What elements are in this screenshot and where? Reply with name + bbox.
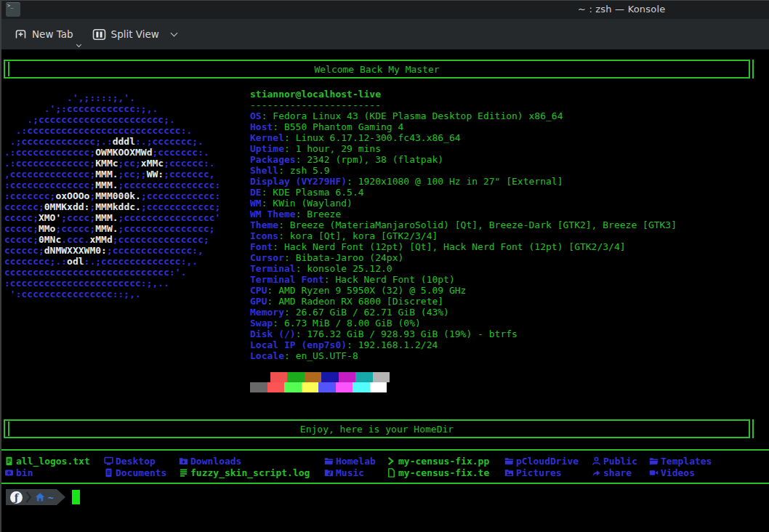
fetch-info-line: Host: B550 Phantom Gaming 4 <box>250 121 677 132</box>
file-entry: Public <box>592 455 637 467</box>
prompt-separator-icon <box>25 491 32 504</box>
script-icon <box>387 456 396 466</box>
fetch-info-line: Memory: 26.67 GiB / 62.71 GiB (43%) <box>250 307 677 318</box>
palette-swatch <box>305 372 322 382</box>
person-icon <box>592 456 601 466</box>
log-icon <box>179 468 188 477</box>
toolbar: New Tab Split View <box>0 19 769 49</box>
new-tab-label: New Tab <box>32 28 73 40</box>
file-entry: Homelab <box>324 455 376 467</box>
shell-prompt[interactable]: ƒ ~ <box>0 489 769 505</box>
fetch-info-line: CPU: AMD Ryzen 9 5950X (32) @ 5.09 GHz <box>250 285 677 296</box>
file-listing: all_logos.txtbinDesktopDocumentsDownload… <box>0 455 769 481</box>
fetch-info-line: GPU: AMD Radeon RX 6800 [Discrete] <box>250 296 677 307</box>
file-name: my-census-fix.te <box>398 467 489 478</box>
fetch-info-line: Kernel: Linux 6.17.12-300.fc43.x86_64 <box>250 132 677 143</box>
file-name: Videos <box>661 467 695 478</box>
palette-swatch <box>353 382 370 392</box>
fetch-info-line: Font: Hack Nerd Font (12pt) [Qt], Hack N… <box>250 241 677 252</box>
new-tab-button[interactable]: New Tab <box>15 28 73 40</box>
homedir-banner: Enjoy, here is your HomeDir <box>4 419 750 438</box>
share-icon <box>592 468 601 477</box>
file-column: Downloadsfuzzy_skin_script.log <box>179 455 310 478</box>
titlebar: ~ : zsh — Konsole <box>0 0 769 19</box>
palette-swatch <box>250 382 267 392</box>
palette-swatch <box>321 372 339 382</box>
file-name: fuzzy_skin_script.log <box>190 467 310 478</box>
palette-swatch <box>284 382 302 392</box>
fetch-info-line: Disk (/): 176.32 GiB / 928.93 GiB (19%) … <box>250 329 677 339</box>
file-entry: fuzzy_skin_script.log <box>179 467 310 478</box>
palette-row-1 <box>250 372 677 382</box>
fetch-info-line: Display (VY279HF): 1920x1080 @ 100 Hz in… <box>250 176 677 187</box>
file-entry: my-census-fix.pp <box>387 455 489 467</box>
file-entry: Music <box>324 467 376 478</box>
palette-swatch <box>253 372 270 382</box>
folder-open-icon <box>504 456 514 466</box>
fetch-info-line: Swap: 6.73 MiB / 8.00 GiB (0%) <box>250 318 677 329</box>
user-host: stiannor@localhost-live <box>250 89 677 100</box>
palette-swatch <box>318 382 336 392</box>
folder-music-icon <box>324 468 334 477</box>
file-name: Documents <box>116 467 166 478</box>
fetch-info-line: Local IP (enp7s0): 192.168.1.2/24 <box>250 339 677 350</box>
fetch-info-line: Packages: 2342 (rpm), 38 (flatpak) <box>250 154 677 165</box>
file-name: Music <box>336 467 364 478</box>
file-name: pCloudDrive <box>516 456 579 467</box>
file-column: DesktopDocuments <box>104 455 166 478</box>
file-column: pCloudDrivePictures <box>504 455 579 478</box>
monitor-icon <box>104 456 113 466</box>
file-column: TemplatesVideos <box>649 455 712 478</box>
fetch-info-line: Cursor: Bibata-Jaroo (24px) <box>250 252 677 263</box>
fetch-info-line: OS: Fedora Linux 43 (KDE Plasma Desktop … <box>250 110 677 121</box>
file-name: Public <box>603 456 637 467</box>
file-name: my-census-fix.pp <box>398 456 489 467</box>
user-host-underline: ----------------------- <box>250 100 677 110</box>
file-name: Downloads <box>190 456 241 467</box>
welcome-banner: Welcome Back My Master <box>4 60 750 78</box>
file-entry: Pictures <box>504 467 579 478</box>
palette-row-2 <box>250 382 677 392</box>
folder-image-icon <box>504 468 514 477</box>
prompt-segment: ƒ ~ <box>6 489 57 505</box>
fetch-info-line: Uptime: 1 hour, 29 mins <box>250 143 677 154</box>
fetch-info-line: Shell: zsh 5.9 <box>250 165 677 176</box>
file-name: share <box>603 467 632 478</box>
terminal-view[interactable]: Welcome Back My Master .',;::::;,'. .';:… <box>0 60 769 532</box>
split-view-icon <box>92 28 106 41</box>
file-entry: bin <box>4 467 90 478</box>
file-entry: pCloudDrive <box>504 455 579 467</box>
bin-icon <box>4 468 14 477</box>
file-entry: Templates <box>649 455 712 467</box>
prompt-path: ~ <box>48 492 54 503</box>
split-view-dropdown-icon[interactable] <box>170 30 177 37</box>
homedir-banner-text: Enjoy, here is your HomeDir <box>300 424 454 435</box>
home-icon <box>35 492 45 502</box>
window-edge-top <box>0 0 769 1</box>
palette-swatch <box>370 382 387 392</box>
palette-swatch <box>336 382 353 392</box>
file-entry: my-census-fix.te <box>387 467 489 478</box>
file-icon <box>387 468 396 477</box>
new-tab-dropdown-icon[interactable] <box>76 42 81 47</box>
terminal-cursor[interactable] <box>72 490 80 504</box>
document-icon <box>104 468 113 477</box>
palette-swatch <box>267 382 285 392</box>
file-name: Desktop <box>116 456 156 467</box>
file-name: all_logos.txt <box>16 456 90 467</box>
palette-swatch <box>287 372 305 382</box>
fetch-info-line: Icons: kora [Qt], kora [GTK2/3/4] <box>250 230 677 241</box>
welcome-banner-text: Welcome Back My Master <box>314 64 439 75</box>
separator-line-top <box>0 449 769 451</box>
konsole-app-icon <box>6 2 20 17</box>
window-title: ~ : zsh — Konsole <box>578 4 665 15</box>
file-entry: Videos <box>649 467 712 478</box>
video-icon <box>649 468 659 477</box>
folder-open-icon <box>324 456 334 466</box>
split-view-button[interactable]: Split View <box>92 28 177 41</box>
fetch-info-line: WM: KWin (Wayland) <box>250 198 677 209</box>
file-entry: all_logos.txt <box>4 455 90 467</box>
palette-swatch <box>373 372 390 382</box>
palette-swatch <box>302 382 319 392</box>
file-name: Homelab <box>336 456 376 467</box>
